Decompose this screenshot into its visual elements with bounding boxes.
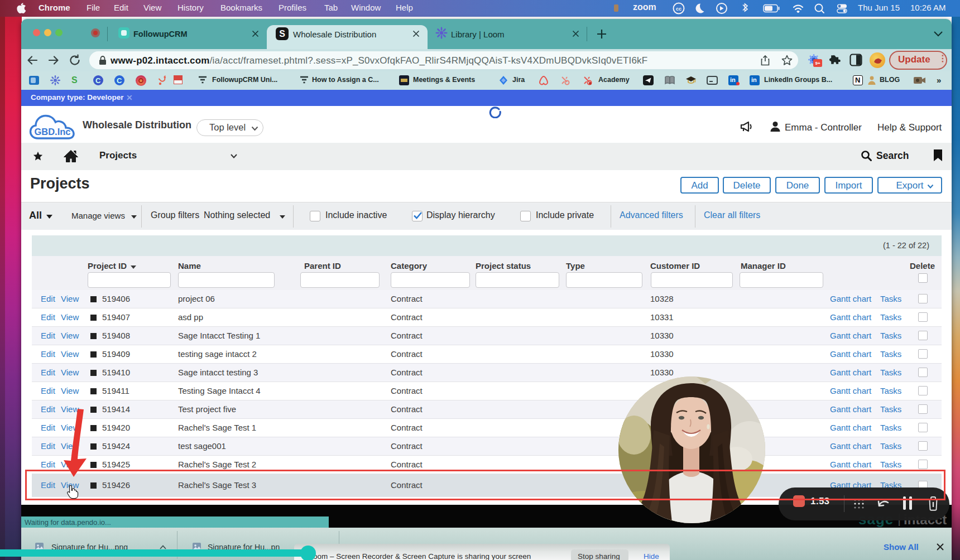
svg-text:9+: 9+ xyxy=(815,61,820,66)
svg-text:cc: cc xyxy=(676,6,681,12)
svg-text:GBD.Inc: GBD.Inc xyxy=(34,127,70,137)
